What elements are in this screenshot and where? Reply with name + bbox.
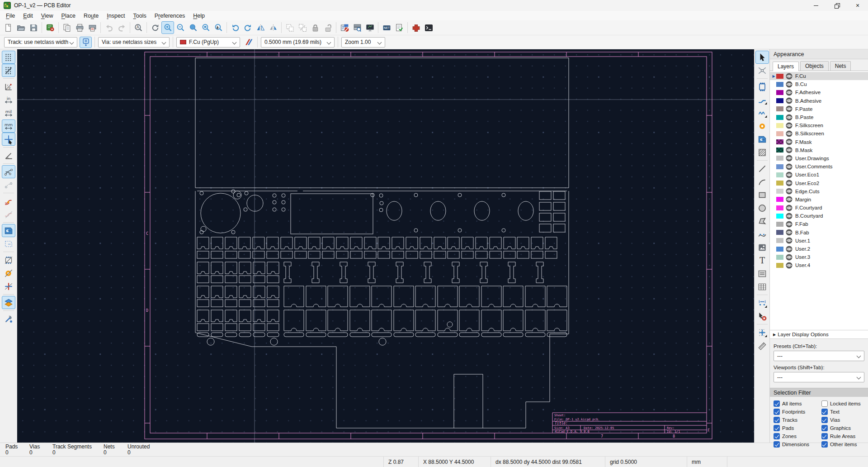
draw-arc-button[interactable] [755, 175, 769, 188]
visibility-eye-icon[interactable] [786, 237, 793, 244]
checkbox-icon[interactable] [774, 400, 780, 407]
layer-row-edge.cuts[interactable]: Edge.Cuts [770, 187, 868, 195]
footprint-sketch-button[interactable] [2, 253, 15, 267]
layer-row-f.silkscreen[interactable]: F.Silkscreen [770, 121, 868, 129]
track-width-select[interactable]: Track: use netclass width [4, 37, 77, 48]
tune-length-button[interactable] [755, 106, 769, 119]
layer-color-swatch[interactable] [776, 263, 783, 268]
menu-inspect[interactable]: Inspect [103, 12, 129, 20]
zoom-out-button[interactable] [174, 21, 187, 34]
filter-locked-items[interactable]: Locked items [821, 400, 866, 407]
filter-graphics[interactable]: Graphics [821, 425, 866, 431]
visibility-eye-icon[interactable] [786, 97, 793, 104]
visibility-eye-icon[interactable] [786, 163, 793, 170]
zone-fill-button[interactable] [2, 224, 15, 237]
visibility-eye-icon[interactable] [786, 229, 793, 236]
add-text-button[interactable]: T [755, 254, 769, 267]
angle-mode-button[interactable] [2, 149, 15, 162]
checkbox-icon[interactable] [774, 441, 780, 448]
checkbox-icon[interactable] [774, 417, 780, 423]
save-button[interactable] [27, 21, 40, 34]
tab-objects[interactable]: Objects [800, 61, 829, 71]
units-mm-button[interactable]: mm [2, 119, 15, 133]
layer-visibility-toggle[interactable] [786, 188, 793, 195]
layer-row-b.cu[interactable]: B.Cu [770, 80, 868, 88]
visibility-eye-icon[interactable] [786, 246, 793, 253]
rotate-ccw-button[interactable] [229, 21, 241, 34]
3d-viewer-button[interactable] [363, 21, 376, 34]
checkbox-icon[interactable] [774, 425, 780, 431]
visibility-eye-icon[interactable] [786, 81, 793, 88]
layer-row-user.comments[interactable]: User.Comments [770, 162, 868, 171]
undo-button[interactable] [103, 21, 115, 34]
viewports-select[interactable]: --- [774, 372, 864, 382]
net-dim-button[interactable] [2, 208, 15, 221]
draw-line-button[interactable] [755, 162, 769, 175]
layer-row-user.3[interactable]: User.3 [770, 253, 868, 261]
visibility-eye-icon[interactable] [786, 180, 793, 186]
layer-visibility-toggle[interactable] [786, 89, 793, 96]
net-highlight-button[interactable] [2, 195, 15, 208]
measure-button[interactable] [755, 339, 769, 352]
checkbox-icon[interactable] [821, 441, 828, 448]
zoom-fit-button[interactable] [187, 21, 199, 34]
layer-row-user.eco2[interactable]: User.Eco2 [770, 179, 868, 187]
checkbox-icon[interactable] [821, 417, 828, 423]
layer-row-f.adhesive[interactable]: F.Adhesive [770, 88, 868, 96]
layer-visibility-toggle[interactable] [786, 130, 793, 137]
find-button[interactable]: A [132, 21, 145, 34]
track-sketch-button[interactable] [2, 280, 15, 293]
grid-visibility-button[interactable] [2, 51, 15, 64]
layer-visibility-toggle[interactable] [786, 237, 793, 244]
add-via-button[interactable] [755, 119, 769, 133]
layer-visibility-toggle[interactable] [786, 97, 793, 104]
refresh-button[interactable] [149, 21, 161, 34]
layer-dim-button[interactable] [2, 296, 15, 309]
add-image-button[interactable] [755, 241, 769, 254]
visibility-eye-icon[interactable] [786, 89, 793, 96]
mirror-button[interactable] [267, 21, 279, 34]
checkbox-icon[interactable] [821, 409, 828, 415]
layer-color-swatch[interactable] [776, 115, 783, 120]
group-button[interactable] [283, 21, 296, 34]
visibility-eye-icon[interactable] [786, 105, 793, 112]
close-button[interactable]: × [847, 0, 868, 11]
menu-preferences[interactable]: Preferences [151, 12, 189, 20]
grid-size-select[interactable]: 0.5000 mm (19.69 mils) [261, 37, 335, 48]
layer-color-swatch[interactable] [776, 222, 783, 227]
checkbox-icon[interactable] [821, 433, 828, 439]
layer-color-swatch[interactable] [776, 255, 783, 260]
menu-help[interactable]: Help [189, 12, 209, 20]
filter-rule-areas[interactable]: Rule Areas [821, 433, 866, 439]
visibility-eye-icon[interactable] [786, 172, 793, 178]
layer-row-b.courtyard[interactable]: B.Courtyard [770, 212, 868, 220]
pad-sketch-button[interactable] [2, 267, 15, 280]
visibility-eye-icon[interactable] [786, 147, 793, 153]
library-browser-button[interactable] [351, 21, 363, 34]
layer-row-f.mask[interactable]: F.Mask [770, 138, 868, 146]
menu-tools[interactable]: Tools [129, 12, 151, 20]
ratsnest-visibility-button[interactable] [2, 165, 15, 178]
via-size-select[interactable]: Via: use netclass sizes [98, 37, 170, 48]
layer-color-swatch[interactable] [776, 230, 783, 235]
layer-color-swatch[interactable] [776, 98, 783, 103]
drc-button[interactable] [393, 21, 406, 34]
visibility-eye-icon[interactable] [786, 221, 793, 228]
layer-color-swatch[interactable] [776, 205, 783, 210]
checkbox-icon[interactable] [821, 425, 828, 431]
filter-tracks[interactable]: Tracks [774, 417, 821, 423]
layer-color-swatch[interactable] [776, 90, 783, 95]
layer-visibility-toggle[interactable] [786, 122, 793, 129]
layer-row-b.mask[interactable]: B.Mask [770, 146, 868, 154]
pcb-canvas[interactable]: C D F 7 8 Sheet: File: OP-1_v2.kicad_pcb… [17, 49, 754, 443]
add-footprint-button[interactable] [755, 80, 769, 93]
layer-color-swatch[interactable] [776, 172, 783, 177]
layer-visibility-toggle[interactable] [786, 155, 793, 162]
select-button[interactable] [755, 51, 769, 64]
visibility-eye-icon[interactable] [786, 262, 793, 269]
layer-color-swatch[interactable] [776, 148, 783, 152]
zoom-in-button[interactable] [161, 21, 174, 34]
plugins-button[interactable] [410, 21, 422, 34]
ungroup-button[interactable] [296, 21, 309, 34]
layer-visibility-toggle[interactable] [786, 196, 793, 203]
